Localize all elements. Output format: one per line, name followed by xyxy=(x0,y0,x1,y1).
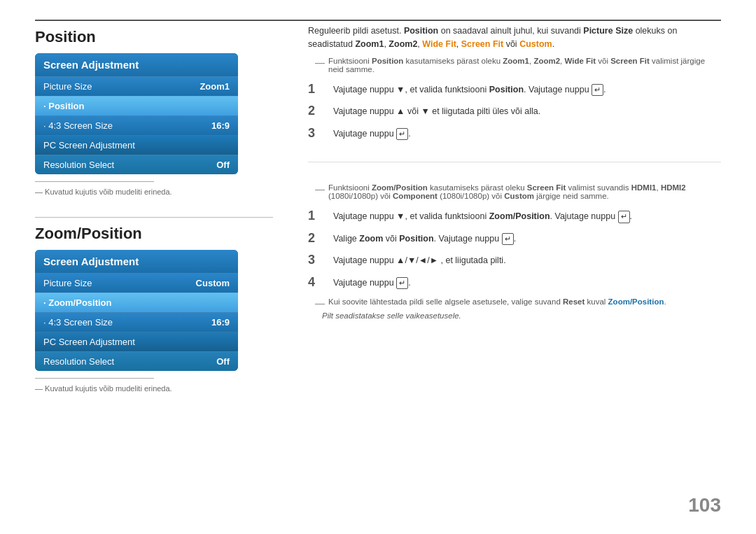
position-sa-row-3[interactable]: PC Screen Adjustment xyxy=(35,135,238,155)
position-sa-row-0[interactable]: Picture Size Zoom1 xyxy=(35,76,238,96)
position-sa-label-2: · 4:3 Screen Size xyxy=(43,120,113,131)
position-sub-desc-text: Funktsiooni Position kasutamiseks pärast… xyxy=(328,57,721,73)
zoom-position-sa-value-4: Off xyxy=(216,356,230,367)
zoom-position-sub-desc-text: Funktsiooni Zoom/Position kasutamiseks p… xyxy=(328,183,721,200)
zoom-position-step-2: 2 Valige Zoom või Position. Vajutage nup… xyxy=(308,231,721,246)
position-left-section: Position Screen Adjustment Picture Size … xyxy=(35,28,273,196)
zoom-position-step-num-4: 4 xyxy=(308,275,328,290)
zoom-position-left-section: Zoom/Position Screen Adjustment Picture … xyxy=(35,225,273,393)
position-sa-value-4: Off xyxy=(216,160,230,170)
zoom-position-steps: 1 Vajutage nuppu ▼, et valida funktsioon… xyxy=(308,209,721,290)
position-step-num-1: 1 xyxy=(308,82,328,97)
position-sub-desc: — Funktsiooni Position kasutamiseks pära… xyxy=(308,57,721,73)
position-sa-label-0: Picture Size xyxy=(43,81,92,92)
position-sa-row-1[interactable]: · Position xyxy=(35,96,238,115)
position-screen-adjustment-widget: Screen Adjustment Picture Size Zoom1 · P… xyxy=(35,53,238,174)
zoom-position-step-text-4: Vajutage nuppu ↵. xyxy=(333,275,721,290)
zoom-position-sa-row-2[interactable]: · 4:3 Screen Size 16:9 xyxy=(35,312,238,332)
zoom-position-note-divider xyxy=(35,378,154,379)
zoom-position-reset-sub: Pilt seadistatakse selle vaikeasetusele. xyxy=(308,311,721,320)
zoom-position-step-3: 3 Vajutage nuppu ▲/▼/◄/► , et liigutada … xyxy=(308,253,721,268)
zoom-position-step-num-2: 2 xyxy=(308,231,328,246)
zoom-position-step-text-1: Vajutage nuppu ▼, et valida funktsiooni … xyxy=(333,209,721,223)
zoom-position-reset-note: — Kui soovite lähtestada pildi selle alg… xyxy=(308,297,721,309)
position-steps: 1 Vajutage nuppu ▼, et valida funktsioon… xyxy=(308,82,721,141)
position-step-text-2: Vajutage nuppu ▲ või ▼ et liigutada pilt… xyxy=(333,104,721,118)
position-step-text-3: Vajutage nuppu ↵. xyxy=(333,126,721,141)
enter-icon-zp-1: ↵ xyxy=(618,211,630,223)
zoom-position-step-num-3: 3 xyxy=(308,253,328,268)
position-sa-label-4: Resolution Select xyxy=(43,160,114,170)
zoom-position-sa-header: Screen Adjustment xyxy=(35,250,238,273)
position-sa-value-2: 16:9 xyxy=(211,120,230,131)
position-sa-row-4[interactable]: Resolution Select Off xyxy=(35,155,238,174)
position-step-text-1: Vajutage nuppu ▼, et valida funktsiooni … xyxy=(333,82,721,97)
zoom-position-step-1: 1 Vajutage nuppu ▼, et valida funktsioon… xyxy=(308,209,721,224)
zoom-position-sub-desc: — Funktsiooni Zoom/Position kasutamiseks… xyxy=(308,183,721,200)
zoom-position-step-4: 4 Vajutage nuppu ↵. xyxy=(308,275,721,290)
enter-icon-1: ↵ xyxy=(592,84,603,96)
position-step-2: 2 Vajutage nuppu ▲ või ▼ et liigutada pi… xyxy=(308,104,721,119)
zoom-position-sa-label-3: PC Screen Adjustment xyxy=(43,337,135,347)
zoom-position-title: Zoom/Position xyxy=(35,225,273,243)
position-sa-header: Screen Adjustment xyxy=(35,53,238,76)
position-note: — Kuvatud kujutis võib mudeliti erineda. xyxy=(35,188,273,196)
page-number: 103 xyxy=(688,494,721,517)
zoom-position-sa-label-1: · Zoom/Position xyxy=(43,297,112,308)
position-sub-desc-dash: — xyxy=(315,57,325,68)
zoom-position-reset-dash: — xyxy=(315,297,325,309)
zoom-position-sa-row-1[interactable]: · Zoom/Position xyxy=(35,293,238,312)
zoom-position-step-num-1: 1 xyxy=(308,209,328,224)
zoom-position-screen-adjustment-widget: Screen Adjustment Picture Size Custom · … xyxy=(35,250,238,371)
right-column: Reguleerib pildi asetust. Position on sa… xyxy=(287,21,721,513)
position-title: Position xyxy=(35,28,273,46)
position-note-divider xyxy=(35,181,154,182)
zoom-position-step-text-2: Valige Zoom või Position. Vajutage nuppu… xyxy=(333,231,721,246)
position-step-num-3: 3 xyxy=(308,126,328,141)
zoom-position-right-section: — Funktsiooni Zoom/Position kasutamiseks… xyxy=(308,183,721,319)
zoom-position-note: — Kuvatud kujutis võib mudeliti erineda. xyxy=(35,384,273,393)
position-right-section: Reguleerib pildi asetust. Position on sa… xyxy=(308,24,721,162)
enter-icon-zp-2: ↵ xyxy=(502,233,514,245)
position-sa-row-2[interactable]: · 4:3 Screen Size 16:9 xyxy=(35,115,238,135)
zoom-position-sa-label-0: Picture Size xyxy=(43,278,92,288)
sections-divider xyxy=(35,217,273,218)
zoom-position-sub-desc-dash: — xyxy=(315,183,325,195)
enter-icon-3: ↵ xyxy=(396,128,408,140)
position-step-3: 3 Vajutage nuppu ↵. xyxy=(308,126,721,141)
position-step-num-2: 2 xyxy=(308,104,328,119)
top-divider-line xyxy=(35,20,721,21)
position-step-1: 1 Vajutage nuppu ▼, et valida funktsioon… xyxy=(308,82,721,97)
enter-icon-zp-4: ↵ xyxy=(396,277,408,289)
zoom-position-sa-label-4: Resolution Select xyxy=(43,356,114,367)
position-description: Reguleerib pildi asetust. Position on sa… xyxy=(308,24,721,51)
zoom-position-sa-row-3[interactable]: PC Screen Adjustment xyxy=(35,332,238,351)
zoom-position-sa-label-2: · 4:3 Screen Size xyxy=(43,317,113,328)
zoom-position-sa-value-2: 16:9 xyxy=(211,317,230,328)
zoom-position-sa-value-0: Custom xyxy=(196,278,230,288)
position-sa-label-1: · Position xyxy=(43,101,85,111)
zoom-position-sa-row-0[interactable]: Picture Size Custom xyxy=(35,273,238,293)
position-sa-label-3: PC Screen Adjustment xyxy=(43,140,135,150)
zoom-position-step-text-3: Vajutage nuppu ▲/▼/◄/► , et liigutada pi… xyxy=(333,253,721,267)
zoom-position-reset-text: Kui soovite lähtestada pildi selle algse… xyxy=(328,297,666,306)
left-column: Position Screen Adjustment Picture Size … xyxy=(35,21,287,513)
zoom-position-sa-row-4[interactable]: Resolution Select Off xyxy=(35,351,238,371)
position-sa-value-0: Zoom1 xyxy=(200,81,230,92)
